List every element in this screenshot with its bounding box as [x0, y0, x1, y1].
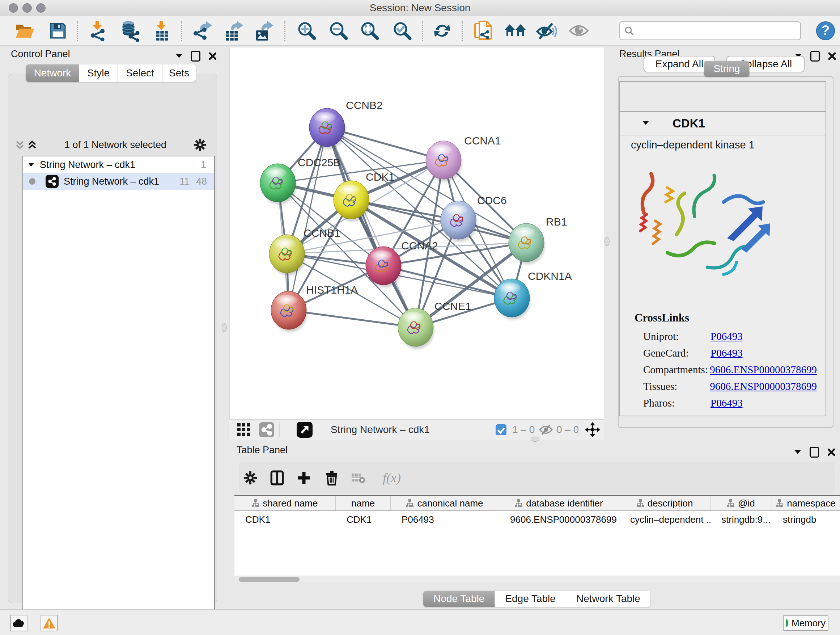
birds-eye-grid-icon[interactable] — [237, 423, 250, 436]
table-cell: 9606.ENSP00000378699 — [499, 511, 619, 528]
export-network-button[interactable] — [192, 19, 213, 42]
network-row-selected[interactable]: String Network – cdk1 11 48 — [23, 173, 214, 190]
network-node-CCNA1[interactable]: CCNA1 — [426, 135, 501, 182]
tab-edge-table[interactable]: Edge Table — [495, 591, 566, 607]
show-glass-eye-button[interactable] — [568, 23, 590, 39]
node-label: HIST1H1A — [306, 284, 358, 296]
crosslink-label: GeneCard: — [643, 347, 711, 359]
crosslink-link[interactable]: P06493 — [711, 347, 743, 359]
cloud-status-icon[interactable] — [10, 615, 27, 631]
toolbar-separator — [535, 423, 535, 437]
show-columns-icon[interactable] — [270, 470, 284, 486]
crosslink-link[interactable]: P06493 — [711, 397, 743, 409]
column-header-description[interactable]: description — [619, 496, 711, 510]
column-header-name[interactable]: name — [336, 496, 391, 510]
delete-column-trash-icon[interactable] — [325, 470, 338, 486]
column-header-database-identifier[interactable]: database identifier — [499, 496, 619, 510]
float-panel-icon[interactable] — [810, 51, 820, 62]
search-icon — [624, 26, 634, 35]
node-label: CDK1 — [366, 171, 395, 183]
tab-network-table[interactable]: Network Table — [566, 591, 651, 607]
network-node-CDKN1A[interactable]: CDKN1A — [494, 270, 572, 320]
help-button[interactable]: ? — [815, 20, 836, 41]
create-column-plus-icon[interactable] — [297, 471, 310, 485]
hide-glass-eye-button[interactable] — [535, 21, 557, 40]
pan-crosshair-icon[interactable] — [584, 422, 600, 438]
open-session-button[interactable] — [14, 22, 35, 40]
column-type-icon — [727, 499, 734, 507]
collection-expand-icon[interactable] — [28, 163, 34, 167]
tab-node-table[interactable]: Node Table — [423, 591, 495, 607]
string-home-button[interactable] — [504, 22, 527, 40]
crosslink-link[interactable]: P06493 — [711, 331, 743, 342]
network-node-CCNB2[interactable]: CCNB2 — [309, 99, 383, 149]
table-toolbar: f(x) — [239, 462, 835, 493]
close-panel-icon[interactable] — [209, 52, 216, 60]
splitter-handle[interactable] — [605, 237, 609, 246]
float-panel-icon[interactable] — [191, 51, 201, 62]
expand-all-networks-button[interactable] — [26, 138, 38, 151]
collapse-section-icon[interactable] — [643, 121, 649, 125]
tab-select[interactable]: Select — [118, 65, 163, 82]
save-session-button[interactable] — [49, 21, 67, 40]
toolbar-separator — [462, 21, 463, 41]
network-collection-row[interactable]: String Network – cdk1 1 — [23, 157, 214, 173]
zoom-fit-button[interactable] — [359, 20, 380, 41]
float-panel-icon[interactable] — [810, 447, 819, 458]
network-node-RB1[interactable]: RB1 — [508, 216, 567, 264]
collapse-all-networks-button[interactable] — [14, 138, 26, 151]
protein-name: CDK1 — [673, 117, 705, 130]
search-input[interactable] — [637, 25, 796, 37]
network-share-icon[interactable] — [259, 422, 274, 437]
crosslink-row: Tissues:9606.ENSP00000378699 — [643, 378, 817, 394]
tab-network[interactable]: Network — [26, 65, 79, 82]
zoom-in-button[interactable] — [296, 20, 317, 41]
export-table-button[interactable] — [224, 19, 245, 42]
close-panel-icon[interactable] — [828, 448, 835, 456]
crosslink-label: Uniprot: — [643, 331, 711, 342]
tab-style[interactable]: Style — [79, 65, 118, 82]
panel-menu-icon[interactable] — [794, 450, 801, 454]
column-type-icon — [406, 499, 414, 507]
tab-string[interactable]: String — [704, 61, 749, 77]
network-node-CDC25B[interactable]: CDC25B — [260, 157, 340, 204]
table-horizontal-scrollbar[interactable] — [234, 576, 840, 583]
delete-table-icon[interactable] — [351, 472, 365, 484]
svg-text:?: ? — [821, 23, 829, 38]
memory-button[interactable]: Memory — [783, 616, 829, 631]
refresh-button[interactable] — [432, 21, 452, 41]
tab-sets[interactable]: Sets — [163, 65, 196, 82]
zoom-out-button[interactable] — [328, 20, 349, 41]
zoom-selected-button[interactable] — [392, 20, 413, 41]
selected-checkbox-icon[interactable] — [496, 424, 507, 435]
import-network-from-file-button[interactable] — [88, 19, 108, 42]
scrollbar-thumb[interactable] — [239, 577, 300, 582]
table-row[interactable]: CDK1CDK1P064939606.ENSP00000378699cyclin… — [234, 511, 840, 528]
column-type-icon — [637, 499, 644, 507]
panel-menu-icon[interactable] — [176, 54, 182, 58]
column-label: canonical name — [417, 498, 483, 509]
import-network-from-database-button[interactable] — [120, 19, 141, 42]
crosslinks-list: Uniprot:P06493GeneCard:P06493Compartment… — [643, 328, 817, 411]
network-canvas[interactable]: CCNB2CCNA1CDC25BCDK1CDC6RB1CCNB1CCNA2CDK… — [229, 47, 604, 419]
protein-description: cyclin–dependent kinase 1 — [631, 139, 755, 151]
column-header-canonical-name[interactable]: canonical name — [391, 496, 499, 510]
crosslink-link[interactable]: 9606.ENSP00000378699 — [710, 380, 817, 393]
search-field — [619, 21, 801, 40]
crosslink-link[interactable]: 9606.ENSP00000378699 — [710, 364, 817, 376]
network-options-gear-icon[interactable] — [193, 137, 208, 152]
protein-card-header[interactable] — [620, 112, 826, 135]
splitter-handle[interactable] — [222, 323, 227, 332]
string-protocols-button[interactable] — [473, 19, 493, 42]
column-header-shared-name[interactable]: shared name — [234, 496, 336, 510]
column-header--id[interactable]: @id — [711, 496, 772, 510]
export-view-button[interactable] — [297, 422, 313, 438]
network-node-CCNE1[interactable]: CCNE1 — [398, 300, 471, 349]
warning-status-icon[interactable] — [41, 615, 58, 631]
export-image-button[interactable] — [254, 19, 276, 42]
close-panel-icon[interactable] — [829, 52, 836, 60]
network-node-HIST1H1A[interactable]: HIST1H1A — [271, 284, 358, 332]
import-table-from-file-button[interactable] — [153, 19, 171, 42]
table-options-gear-icon[interactable] — [243, 470, 257, 485]
column-header-namespace[interactable]: namespace — [772, 496, 840, 510]
